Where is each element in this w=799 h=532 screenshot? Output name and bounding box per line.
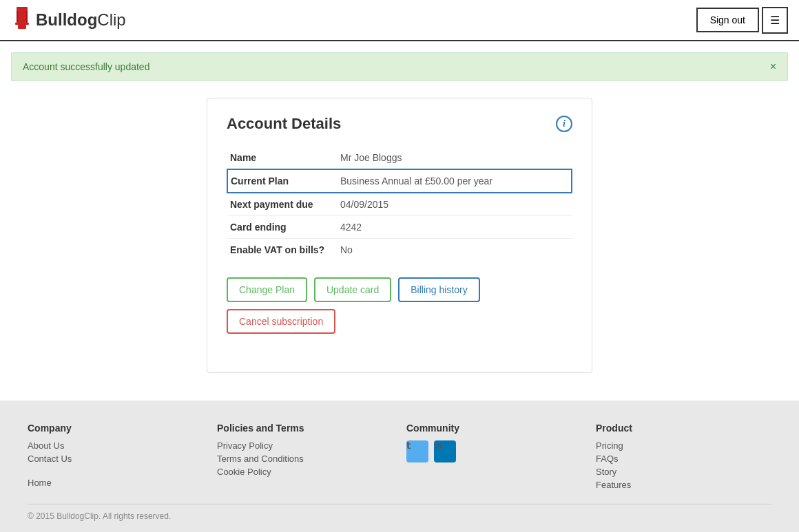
account-table: Name Mr Joe Bloggs Current Plan Business… — [227, 147, 572, 261]
footer-link-contact[interactable]: Contact Us — [28, 454, 203, 464]
svg-rect-1 — [18, 10, 26, 23]
footer-policies-heading: Policies and Terms — [217, 423, 393, 434]
footer-link-story[interactable]: Story — [596, 467, 771, 477]
footer-product-heading: Product — [596, 423, 771, 434]
linkedin-link[interactable]: in — [434, 440, 456, 462]
header-actions: Sign out ☰ — [696, 7, 788, 34]
main-content: Account Details i Name Mr Joe Bloggs Cur… — [0, 92, 799, 401]
footer-company-heading: Company — [28, 423, 203, 434]
field-label-name: Name — [227, 147, 338, 169]
field-label-vat: Enable VAT on bills? — [227, 239, 338, 262]
menu-icon: ☰ — [770, 14, 780, 26]
svg-rect-4 — [15, 23, 29, 25]
footer-link-about[interactable]: About Us — [28, 440, 203, 451]
linkedin-icon: in — [434, 440, 442, 451]
footer-link-home[interactable]: Home — [28, 478, 203, 488]
footer-link-features[interactable]: Features — [596, 480, 771, 490]
twitter-link[interactable]: 𝕥 — [406, 440, 428, 462]
alert-close-button[interactable]: × — [770, 61, 776, 72]
footer-link-terms[interactable]: Terms and Conditions — [217, 454, 393, 464]
svg-rect-5 — [18, 25, 26, 29]
footer-col-company: Company About Us Contact Us Home — [28, 423, 203, 493]
field-value-next-payment: 04/09/2015 — [338, 193, 572, 216]
field-label-card-ending: Card ending — [227, 216, 338, 239]
twitter-icon: 𝕥 — [406, 440, 411, 451]
logo: BulldogClip — [11, 6, 126, 34]
info-icon[interactable]: i — [556, 116, 572, 132]
footer-col-policies: Policies and Terms Privacy Policy Terms … — [217, 423, 393, 493]
account-card: Account Details i Name Mr Joe Bloggs Cur… — [207, 98, 592, 373]
logo-normal-text: Clip — [97, 10, 125, 30]
field-value-vat: No — [338, 239, 572, 262]
svg-rect-0 — [17, 7, 28, 10]
svg-rect-2 — [17, 10, 18, 23]
table-row-name: Name Mr Joe Bloggs — [227, 147, 572, 169]
logo-icon — [11, 6, 33, 34]
field-value-name: Mr Joe Bloggs — [338, 147, 572, 169]
copyright-text: © 2015 BulldogClip. All rights reserved. — [28, 511, 171, 521]
menu-button[interactable]: ☰ — [762, 7, 788, 34]
table-row-vat: Enable VAT on bills? No — [227, 239, 572, 262]
success-alert: Account successfully updated × — [11, 52, 788, 81]
footer-copyright: © 2015 BulldogClip. All rights reserved. — [28, 504, 771, 521]
footer-grid: Company About Us Contact Us Home Policie… — [28, 423, 771, 493]
footer-col-product: Product Pricing FAQs Story Features — [596, 423, 771, 493]
table-row-current-plan: Current Plan Business Annual at £50.00 p… — [227, 169, 572, 193]
card-header: Account Details i — [227, 115, 572, 133]
update-card-button[interactable]: Update card — [314, 277, 391, 302]
billing-history-button[interactable]: Billing history — [398, 277, 479, 302]
table-row-next-payment: Next payment due 04/09/2015 — [227, 193, 572, 216]
footer-link-faqs[interactable]: FAQs — [596, 454, 771, 464]
card-title: Account Details — [227, 115, 341, 133]
table-row-card-ending: Card ending 4242 — [227, 216, 572, 239]
footer-community-heading: Community — [406, 423, 582, 434]
field-value-card-ending: 4242 — [338, 216, 572, 239]
header: BulldogClip Sign out ☰ — [0, 0, 799, 41]
action-buttons: Change Plan Update card Billing history … — [227, 277, 572, 334]
svg-rect-3 — [26, 10, 28, 23]
footer-link-privacy[interactable]: Privacy Policy — [217, 440, 393, 451]
field-label-current-plan: Current Plan — [227, 169, 338, 193]
footer: Company About Us Contact Us Home Policie… — [0, 401, 799, 532]
change-plan-button[interactable]: Change Plan — [227, 277, 307, 302]
cancel-subscription-button[interactable]: Cancel subscription — [227, 309, 335, 334]
footer-link-pricing[interactable]: Pricing — [596, 440, 771, 451]
logo-bold-text: Bulldog — [36, 10, 97, 30]
footer-col-community: Community 𝕥 in — [406, 423, 582, 493]
field-label-next-payment: Next payment due — [227, 193, 338, 216]
alert-message: Account successfully updated — [23, 61, 149, 72]
social-icons: 𝕥 in — [406, 440, 582, 465]
sign-out-button[interactable]: Sign out — [696, 8, 759, 32]
footer-link-cookie[interactable]: Cookie Policy — [217, 467, 393, 477]
field-value-current-plan: Business Annual at £50.00 per year — [338, 169, 572, 193]
